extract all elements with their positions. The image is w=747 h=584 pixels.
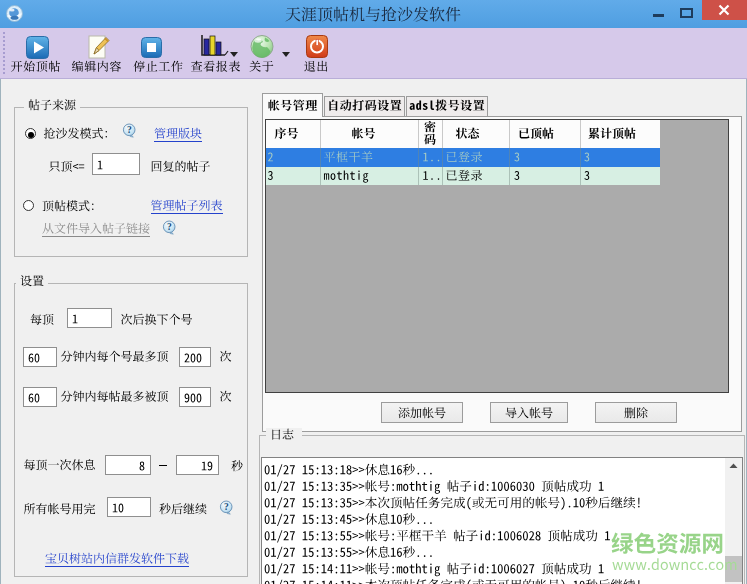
svg-text:?: ? <box>224 502 229 512</box>
svg-text:?: ? <box>167 222 172 232</box>
svg-text:?: ? <box>127 125 132 135</box>
